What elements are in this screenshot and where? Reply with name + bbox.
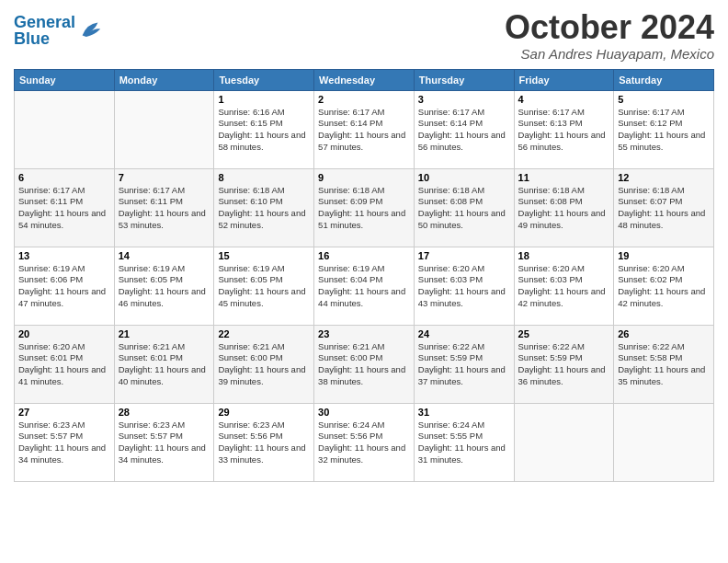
calendar-cell: 5Sunrise: 6:17 AMSunset: 6:12 PMDaylight… <box>614 90 714 168</box>
header: General Blue October 2024 San Andres Hua… <box>14 9 714 62</box>
day-number: 25 <box>518 328 610 339</box>
calendar-cell: 2Sunrise: 6:17 AMSunset: 6:14 PMDaylight… <box>314 90 415 168</box>
week-row-5: 27Sunrise: 6:23 AMSunset: 5:57 PMDayligh… <box>15 403 714 481</box>
day-number: 27 <box>18 407 110 418</box>
day-info: Sunrise: 6:18 AMSunset: 6:07 PMDaylight:… <box>618 185 710 232</box>
day-info: Sunrise: 6:19 AMSunset: 6:04 PMDaylight:… <box>318 263 410 310</box>
calendar-cell: 19Sunrise: 6:20 AMSunset: 6:02 PMDayligh… <box>614 247 714 325</box>
calendar-cell: 21Sunrise: 6:21 AMSunset: 6:01 PMDayligh… <box>114 325 214 403</box>
calendar-cell: 13Sunrise: 6:19 AMSunset: 6:06 PMDayligh… <box>15 247 115 325</box>
week-row-2: 6Sunrise: 6:17 AMSunset: 6:11 PMDaylight… <box>15 168 714 247</box>
weekday-header-thursday: Thursday <box>414 69 514 90</box>
day-number: 5 <box>618 94 710 105</box>
day-info: Sunrise: 6:17 AMSunset: 6:14 PMDaylight:… <box>318 107 410 154</box>
day-number: 21 <box>119 328 210 339</box>
calendar-cell: 23Sunrise: 6:21 AMSunset: 6:00 PMDayligh… <box>314 325 415 403</box>
calendar-cell: 18Sunrise: 6:20 AMSunset: 6:03 PMDayligh… <box>514 247 614 325</box>
title-block: October 2024 San Andres Huayapam, Mexico <box>505 9 714 62</box>
day-info: Sunrise: 6:17 AMSunset: 6:13 PMDaylight:… <box>518 107 610 154</box>
day-number: 11 <box>518 172 610 183</box>
calendar-cell: 27Sunrise: 6:23 AMSunset: 5:57 PMDayligh… <box>15 403 115 481</box>
day-info: Sunrise: 6:21 AMSunset: 6:00 PMDaylight:… <box>218 341 310 388</box>
calendar-cell: 20Sunrise: 6:20 AMSunset: 6:01 PMDayligh… <box>15 325 115 403</box>
day-info: Sunrise: 6:19 AMSunset: 6:06 PMDaylight:… <box>18 263 110 310</box>
day-number: 26 <box>618 328 710 339</box>
calendar-cell: 31Sunrise: 6:24 AMSunset: 5:55 PMDayligh… <box>414 403 514 481</box>
day-info: Sunrise: 6:24 AMSunset: 5:55 PMDaylight:… <box>418 419 510 466</box>
day-info: Sunrise: 6:21 AMSunset: 6:00 PMDaylight:… <box>318 341 410 388</box>
day-info: Sunrise: 6:24 AMSunset: 5:56 PMDaylight:… <box>318 419 410 466</box>
day-info: Sunrise: 6:17 AMSunset: 6:11 PMDaylight:… <box>18 185 110 232</box>
calendar-cell: 17Sunrise: 6:20 AMSunset: 6:03 PMDayligh… <box>414 247 514 325</box>
day-number: 7 <box>119 172 210 183</box>
day-info: Sunrise: 6:19 AMSunset: 6:05 PMDaylight:… <box>119 263 210 310</box>
day-number: 31 <box>418 407 510 418</box>
calendar-cell: 30Sunrise: 6:24 AMSunset: 5:56 PMDayligh… <box>314 403 415 481</box>
day-number: 19 <box>618 250 710 261</box>
calendar-cell: 26Sunrise: 6:22 AMSunset: 5:58 PMDayligh… <box>614 325 714 403</box>
week-row-4: 20Sunrise: 6:20 AMSunset: 6:01 PMDayligh… <box>15 325 714 403</box>
logo: General Blue <box>14 9 103 47</box>
day-info: Sunrise: 6:18 AMSunset: 6:10 PMDaylight:… <box>218 185 310 232</box>
weekday-header-row: SundayMondayTuesdayWednesdayThursdayFrid… <box>15 69 714 90</box>
day-number: 22 <box>218 328 310 339</box>
day-number: 20 <box>18 328 110 339</box>
day-number: 9 <box>318 172 410 183</box>
calendar-cell: 1Sunrise: 6:16 AMSunset: 6:15 PMDaylight… <box>214 90 314 168</box>
weekday-header-tuesday: Tuesday <box>214 69 314 90</box>
calendar-cell: 14Sunrise: 6:19 AMSunset: 6:05 PMDayligh… <box>114 247 214 325</box>
day-info: Sunrise: 6:18 AMSunset: 6:09 PMDaylight:… <box>318 185 410 232</box>
day-number: 6 <box>18 172 110 183</box>
day-number: 16 <box>318 250 410 261</box>
day-number: 17 <box>418 250 510 261</box>
day-info: Sunrise: 6:20 AMSunset: 6:02 PMDaylight:… <box>618 263 710 310</box>
calendar-cell: 29Sunrise: 6:23 AMSunset: 5:56 PMDayligh… <box>214 403 314 481</box>
calendar-cell <box>514 403 614 481</box>
day-info: Sunrise: 6:21 AMSunset: 6:01 PMDaylight:… <box>119 341 210 388</box>
logo-bird-icon <box>77 17 103 43</box>
calendar-cell <box>114 90 214 168</box>
calendar-cell: 28Sunrise: 6:23 AMSunset: 5:57 PMDayligh… <box>114 403 214 481</box>
day-number: 10 <box>418 172 510 183</box>
calendar-cell <box>614 403 714 481</box>
day-info: Sunrise: 6:23 AMSunset: 5:57 PMDaylight:… <box>18 419 110 466</box>
calendar-cell: 22Sunrise: 6:21 AMSunset: 6:00 PMDayligh… <box>214 325 314 403</box>
day-number: 24 <box>418 328 510 339</box>
day-info: Sunrise: 6:17 AMSunset: 6:12 PMDaylight:… <box>618 107 710 154</box>
day-info: Sunrise: 6:20 AMSunset: 6:03 PMDaylight:… <box>518 263 610 310</box>
day-info: Sunrise: 6:22 AMSunset: 5:59 PMDaylight:… <box>518 341 610 388</box>
day-number: 28 <box>119 407 210 418</box>
day-number: 2 <box>318 94 410 105</box>
calendar-cell: 12Sunrise: 6:18 AMSunset: 6:07 PMDayligh… <box>614 168 714 247</box>
calendar-cell: 7Sunrise: 6:17 AMSunset: 6:11 PMDaylight… <box>114 168 214 247</box>
day-number: 3 <box>418 94 510 105</box>
weekday-header-wednesday: Wednesday <box>314 69 415 90</box>
calendar-cell: 15Sunrise: 6:19 AMSunset: 6:05 PMDayligh… <box>214 247 314 325</box>
day-info: Sunrise: 6:20 AMSunset: 6:03 PMDaylight:… <box>418 263 510 310</box>
day-info: Sunrise: 6:22 AMSunset: 5:59 PMDaylight:… <box>418 341 510 388</box>
calendar-cell: 24Sunrise: 6:22 AMSunset: 5:59 PMDayligh… <box>414 325 514 403</box>
day-number: 29 <box>218 407 310 418</box>
day-number: 30 <box>318 407 410 418</box>
day-number: 8 <box>218 172 310 183</box>
calendar-cell: 4Sunrise: 6:17 AMSunset: 6:13 PMDaylight… <box>514 90 614 168</box>
day-info: Sunrise: 6:16 AMSunset: 6:15 PMDaylight:… <box>218 107 310 154</box>
day-info: Sunrise: 6:17 AMSunset: 6:14 PMDaylight:… <box>418 107 510 154</box>
day-info: Sunrise: 6:19 AMSunset: 6:05 PMDaylight:… <box>218 263 310 310</box>
day-info: Sunrise: 6:22 AMSunset: 5:58 PMDaylight:… <box>618 341 710 388</box>
day-number: 18 <box>518 250 610 261</box>
day-info: Sunrise: 6:23 AMSunset: 5:57 PMDaylight:… <box>119 419 210 466</box>
calendar-cell: 10Sunrise: 6:18 AMSunset: 6:08 PMDayligh… <box>414 168 514 247</box>
calendar-cell: 25Sunrise: 6:22 AMSunset: 5:59 PMDayligh… <box>514 325 614 403</box>
logo-general: General <box>14 13 75 31</box>
logo-blue: Blue <box>14 29 50 48</box>
day-info: Sunrise: 6:18 AMSunset: 6:08 PMDaylight:… <box>418 185 510 232</box>
calendar-cell: 6Sunrise: 6:17 AMSunset: 6:11 PMDaylight… <box>15 168 115 247</box>
page: General Blue October 2024 San Andres Hua… <box>0 0 728 563</box>
day-number: 1 <box>218 94 310 105</box>
day-number: 15 <box>218 250 310 261</box>
day-number: 14 <box>119 250 210 261</box>
calendar-cell: 3Sunrise: 6:17 AMSunset: 6:14 PMDaylight… <box>414 90 514 168</box>
week-row-3: 13Sunrise: 6:19 AMSunset: 6:06 PMDayligh… <box>15 247 714 325</box>
weekday-header-saturday: Saturday <box>614 69 714 90</box>
